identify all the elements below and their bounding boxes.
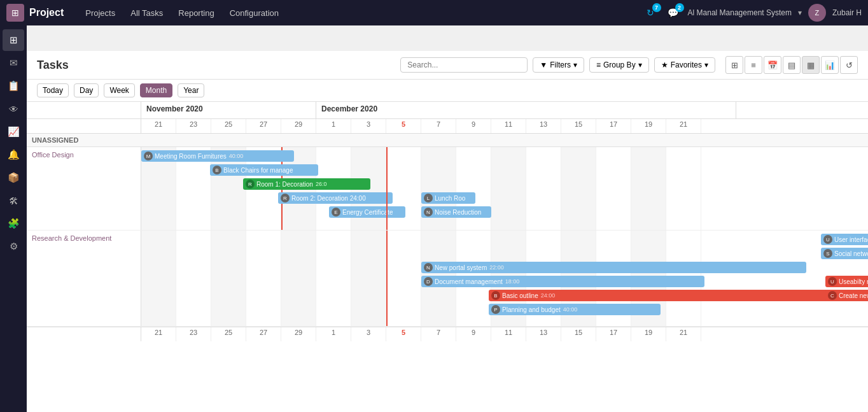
task-lunch-room[interactable]: L Lunch Roo bbox=[421, 192, 475, 204]
sidebar-item-alerts[interactable]: 🔔 bbox=[3, 144, 24, 166]
company-dropdown-icon: ▾ bbox=[798, 8, 802, 17]
calendar-nav: Today Day Week Month Year bbox=[27, 80, 868, 102]
col-11 bbox=[491, 147, 526, 230]
view-gantt-alt[interactable]: ▤ bbox=[783, 56, 801, 74]
section-unassigned: UNASSIGNED Office Design bbox=[27, 134, 868, 327]
r-col-29 bbox=[281, 231, 316, 326]
task-avatar-l: L bbox=[424, 194, 433, 202]
task-create-components[interactable]: C Create new components bbox=[825, 290, 868, 301]
task-room2-decoration[interactable]: R Room 2: Decoration 24:00 bbox=[278, 192, 393, 204]
task-doc-mgmt[interactable]: D Document management 18:00 bbox=[421, 276, 704, 287]
task-avatar-ui: U bbox=[823, 235, 832, 244]
task-avatar-cc: C bbox=[828, 291, 837, 300]
sidebar-item-views[interactable]: 👁 bbox=[3, 98, 24, 120]
task-label-bo: Basic outline bbox=[502, 292, 538, 299]
nav-all-tasks[interactable]: All Tasks bbox=[124, 6, 169, 20]
sidebar-item-packages[interactable]: 📦 bbox=[3, 167, 24, 188]
task-basic-outline[interactable]: B Basic outline 24:00 bbox=[489, 290, 832, 301]
task-avatar-sn: S bbox=[823, 249, 832, 258]
day-button[interactable]: Day bbox=[74, 83, 99, 97]
view-refresh[interactable]: ↺ bbox=[840, 56, 858, 74]
date-1: 1 bbox=[316, 119, 351, 133]
section-label-unassigned: UNASSIGNED bbox=[27, 134, 868, 147]
footer-19: 19 bbox=[631, 327, 666, 341]
r-col-23 bbox=[176, 231, 211, 326]
task-avatar: M bbox=[144, 152, 153, 160]
view-gantt[interactable]: ▦ bbox=[802, 56, 820, 74]
task-avatar-pb: P bbox=[491, 305, 500, 314]
avatar: Z bbox=[808, 4, 826, 22]
filter-icon: ▼ bbox=[540, 60, 547, 69]
task-time: 40:00 bbox=[229, 153, 244, 159]
task-label-dm: Document management bbox=[435, 278, 503, 285]
view-modes: ⊞ ≡ 📅 ▤ ▦ 📊 ↺ bbox=[725, 56, 858, 74]
nav-projects[interactable]: Projects bbox=[79, 6, 122, 20]
col-21e bbox=[666, 147, 701, 230]
footer-25: 25 bbox=[211, 327, 246, 341]
company-name[interactable]: Al Manal Management System bbox=[688, 8, 792, 17]
sidebar-item-messages[interactable]: ✉ bbox=[3, 52, 24, 74]
footer-17: 17 bbox=[596, 327, 631, 341]
favorites-dropdown-icon: ▾ bbox=[704, 60, 708, 69]
view-calendar[interactable]: 📅 bbox=[764, 56, 781, 74]
task-ui-improvement[interactable]: U User interface improvement bbox=[821, 234, 868, 245]
date-27: 27 bbox=[246, 119, 281, 133]
app-menu-icon[interactable]: ⊞ bbox=[6, 4, 24, 22]
date-25: 25 bbox=[211, 119, 246, 133]
label-col-spacer bbox=[27, 102, 141, 118]
task-time-dm: 18:00 bbox=[505, 278, 520, 285]
filters-dropdown-icon: ▾ bbox=[573, 60, 577, 69]
task-label-cc: Create new components bbox=[839, 292, 868, 299]
task-avatar-dm: D bbox=[424, 277, 433, 286]
sidebar-item-home[interactable]: ⊞ bbox=[3, 29, 24, 51]
sidebar-item-plugins[interactable]: 🧩 bbox=[3, 213, 24, 234]
footer-9: 9 bbox=[456, 327, 491, 341]
sidebar-item-settings[interactable]: ⚙ bbox=[3, 236, 24, 257]
date-23: 23 bbox=[176, 119, 211, 133]
task-planning-budget[interactable]: P Planning and budget 40:00 bbox=[489, 304, 661, 315]
task-usability-review[interactable]: U Useabilty review 12:0 bbox=[825, 276, 868, 287]
task-avatar-bo: B bbox=[491, 291, 500, 300]
week-button[interactable]: Week bbox=[104, 83, 134, 97]
task-energy-cert[interactable]: E Energy Certificate bbox=[329, 206, 405, 218]
task-meeting-room-furnitures[interactable]: M Meeting Room Furnitures 40:00 bbox=[141, 150, 294, 162]
favorites-button[interactable]: ★ Favorites ▾ bbox=[654, 57, 715, 73]
view-kanban[interactable]: ⊞ bbox=[725, 56, 743, 74]
message-notifications[interactable]: 💬 2 bbox=[665, 4, 682, 21]
sidebar: ⊞ ✉ 📋 👁 📈 🔔 📦 🛠 🧩 ⚙ bbox=[0, 25, 27, 412]
footer-13: 13 bbox=[526, 327, 561, 341]
task-label: Meeting Room Furnitures bbox=[155, 153, 227, 160]
task-label-black: Black Chairs for manage bbox=[223, 167, 293, 174]
task-social-network[interactable]: S Social network integration bbox=[821, 248, 868, 259]
update-notifications[interactable]: ↻ 7 bbox=[642, 4, 659, 21]
nav-reporting[interactable]: Reporting bbox=[172, 6, 220, 20]
task-label-r1: Room 1: Decoration bbox=[256, 181, 313, 188]
task-black-chairs[interactable]: B Black Chairs for manage bbox=[210, 164, 318, 176]
month-nov: November 2020 bbox=[141, 102, 316, 118]
footer-15: 15 bbox=[561, 327, 596, 341]
user-name[interactable]: Zubair H bbox=[832, 8, 862, 17]
sidebar-item-tasks[interactable]: 📋 bbox=[3, 75, 24, 97]
task-avatar-r1: R bbox=[246, 180, 255, 188]
filters-button[interactable]: ▼ Filters ▾ bbox=[533, 57, 584, 73]
groupby-button[interactable]: ≡ Group By ▾ bbox=[589, 57, 649, 73]
group-label-office-design[interactable]: Office Design bbox=[27, 147, 141, 230]
month-button[interactable]: Month bbox=[140, 83, 172, 97]
sidebar-item-reports[interactable]: 📈 bbox=[3, 121, 24, 143]
year-button[interactable]: Year bbox=[178, 83, 204, 97]
r-col-25 bbox=[211, 231, 246, 326]
view-chart[interactable]: 📊 bbox=[821, 56, 839, 74]
search-input[interactable] bbox=[400, 57, 528, 73]
nav-configuration[interactable]: Configuration bbox=[223, 6, 285, 20]
sidebar-item-tools[interactable]: 🛠 bbox=[3, 190, 24, 211]
view-list[interactable]: ≡ bbox=[745, 56, 762, 74]
task-new-portal[interactable]: N New portal system 22:00 bbox=[421, 262, 806, 273]
gantt-container[interactable]: November 2020 December 2020 21 23 25 27 … bbox=[27, 102, 868, 412]
group-label-research[interactable]: Research & Development bbox=[27, 231, 141, 326]
today-button[interactable]: Today bbox=[37, 83, 69, 97]
col-17 bbox=[596, 147, 631, 230]
task-noise-reduction[interactable]: N Noise Reduction bbox=[421, 206, 491, 218]
update-count: 7 bbox=[652, 3, 661, 12]
task-room1-decoration[interactable]: R Room 1: Decoration 26:0 bbox=[243, 178, 370, 190]
task-time-np: 22:00 bbox=[489, 264, 504, 271]
